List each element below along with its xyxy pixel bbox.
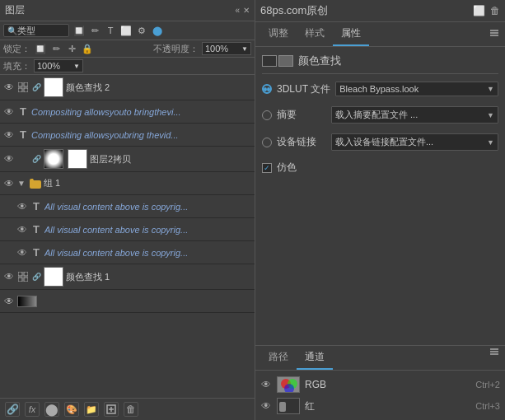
layer-thumbnail-partial: [17, 296, 37, 307]
tab-paths[interactable]: 路径: [260, 346, 297, 370]
fill-dropdown[interactable]: 100% ▼: [34, 59, 83, 72]
table-row[interactable]: 👁 🔗 颜色查找 2: [0, 75, 255, 100]
device-link-dropdown[interactable]: 载入设备链接配置文件... ▼: [331, 133, 498, 151]
opacity-dropdown[interactable]: 100% ▼: [202, 42, 251, 55]
channel-name-rgb: RGB: [305, 379, 470, 390]
panel-menu-icon[interactable]: [489, 27, 500, 41]
table-row[interactable]: 👁 T All visual content above is copyrig.…: [0, 218, 255, 241]
table-row[interactable]: 👁 🔗 图层2拷贝: [0, 147, 255, 172]
table-row[interactable]: 👁 T All visual content above is copyrig.…: [0, 241, 255, 264]
device-link-row: 设备链接 载入设备链接配置文件... ▼: [262, 131, 498, 153]
new-group-button[interactable]: 📁: [84, 402, 99, 417]
layer-visibility-icon[interactable]: 👁: [16, 247, 28, 259]
channels-menu-icon[interactable]: [489, 346, 500, 370]
panel-trash-icon[interactable]: 🗑: [490, 5, 500, 16]
dither-row: 仿色: [262, 158, 498, 177]
lut-file-value: Bleach Bypass.look: [339, 84, 418, 94]
tab-channels[interactable]: 通道: [297, 346, 333, 370]
lut-dropdown-arrow-icon: ▼: [487, 85, 494, 93]
panel-close-icon[interactable]: ✕: [243, 6, 250, 15]
layers-panel-header: 图层 « ✕: [0, 0, 255, 21]
layer-thumbnail: [44, 77, 63, 97]
link-layers-button[interactable]: 🔗: [5, 402, 20, 417]
tab-adjust[interactable]: 调整: [260, 22, 297, 46]
list-item[interactable]: 👁 RGB Ctrl+2: [255, 374, 505, 395]
channel-name-red: 红: [305, 399, 470, 413]
color-lookup-icon: [262, 55, 293, 67]
tab-style[interactable]: 样式: [297, 22, 333, 46]
panel-collapse-icon[interactable]: «: [235, 6, 240, 15]
layer-type-text-icon: T: [30, 224, 42, 236]
add-mask-button[interactable]: ⬤: [44, 402, 59, 417]
filter-pixel-icon[interactable]: 🔲: [72, 24, 86, 37]
filter-smart-icon[interactable]: ⚙: [135, 24, 148, 37]
table-row[interactable]: 👁: [0, 290, 255, 313]
layer-visibility-icon[interactable]: 👁: [3, 129, 15, 141]
table-row[interactable]: 👁 T Compositing allowsyoubring thevid...: [0, 124, 255, 147]
group-collapse-arrow-icon[interactable]: ▼: [17, 179, 26, 188]
svg-rect-1: [24, 82, 28, 86]
filter-adjust-icon[interactable]: ✏: [88, 24, 101, 37]
lock-move-icon[interactable]: ✛: [65, 42, 78, 55]
fill-arrow-icon: ▼: [73, 63, 80, 70]
filter-toggle-icon[interactable]: ⬤: [151, 24, 164, 37]
layer-visibility-icon[interactable]: 👁: [3, 296, 15, 307]
lut-file-dropdown[interactable]: Bleach Bypass.look ▼: [335, 82, 498, 96]
channel-visibility-icon[interactable]: 👁: [260, 400, 272, 412]
lock-pixel-icon[interactable]: 🔲: [34, 42, 47, 55]
table-row[interactable]: 👁 T All visual content above is copyrig.…: [0, 195, 255, 218]
table-row[interactable]: 👁 ▼ 组 1: [0, 172, 255, 195]
fill-row: 填充： 100% ▼: [0, 58, 255, 75]
channel-visibility-icon[interactable]: 👁: [260, 379, 272, 390]
lock-paint-icon[interactable]: ✏: [49, 42, 63, 55]
layer-type-grid-icon: [17, 271, 29, 282]
right-panel-header: 68ps.com原创 ⬜ 🗑: [255, 0, 505, 22]
dither-checkbox[interactable]: [262, 163, 272, 173]
opacity-section: 不透明度： 100% ▼: [153, 42, 251, 55]
new-layer-button[interactable]: [104, 402, 119, 417]
layer-visibility-icon[interactable]: 👁: [16, 201, 28, 212]
lut-file-radio[interactable]: [262, 84, 272, 94]
layer-name: 组 1: [44, 177, 251, 189]
layer-visibility-icon[interactable]: 👁: [3, 271, 15, 282]
layers-panel-title: 图层: [5, 3, 25, 17]
device-link-dropdown-arrow-icon: ▼: [487, 138, 494, 147]
tab-properties[interactable]: 属性: [333, 22, 369, 46]
layer-search-box[interactable]: 🔍: [3, 24, 69, 37]
svg-rect-7: [24, 278, 28, 282]
filter-shape-icon[interactable]: ⬜: [119, 24, 133, 37]
layer-name: Compositing allowsyouto bringthevi...: [31, 107, 251, 117]
layer-visibility-icon[interactable]: 👁: [3, 106, 15, 118]
channels-tabs: 路径 通道: [255, 346, 505, 371]
channels-section: 路径 通道 👁 RGB Ctrl+2: [255, 345, 505, 420]
right-panel-tabs: 调整 样式 属性: [255, 22, 505, 47]
abstract-dropdown[interactable]: 载入摘要配置文件 ... ▼: [331, 106, 498, 124]
brand-label: 68ps.com原创: [260, 3, 328, 18]
layer-type-text-icon: T: [30, 201, 42, 212]
channel-thumbnail-red: [277, 398, 300, 414]
search-input[interactable]: [17, 26, 63, 35]
abstract-radio[interactable]: [262, 110, 272, 120]
channel-shortcut-red: Ctrl+3: [475, 401, 500, 411]
delete-layer-button[interactable]: 🗑: [124, 402, 138, 417]
lock-all-icon[interactable]: 🔒: [81, 42, 94, 55]
layer-visibility-icon[interactable]: 👁: [16, 224, 28, 236]
svg-rect-4: [18, 272, 22, 276]
abstract-label: 摘要: [277, 108, 326, 122]
device-link-value: 载入设备链接配置文件...: [335, 136, 433, 148]
layer-visibility-icon[interactable]: 👁: [3, 82, 15, 93]
right-panel-header-icons: ⬜ 🗑: [473, 5, 500, 16]
panel-settings-icon[interactable]: ⬜: [473, 5, 485, 16]
filter-text-icon[interactable]: T: [104, 24, 117, 37]
layer-filter-row: 🔍 🔲 ✏ T ⬜ ⚙ ⬤: [0, 21, 255, 40]
list-item[interactable]: 👁 红 Ctrl+3: [255, 395, 505, 417]
device-link-radio[interactable]: [262, 138, 272, 147]
new-adjustment-button[interactable]: 🎨: [64, 402, 79, 417]
layer-visibility-icon[interactable]: 👁: [3, 153, 15, 165]
table-row[interactable]: 👁 T Compositing allowsyouto bringthevi..…: [0, 100, 255, 124]
abstract-dropdown-arrow-icon: ▼: [487, 111, 494, 119]
table-row[interactable]: 👁 🔗 颜色查找 1: [0, 264, 255, 290]
layer-thumbnail: [44, 267, 63, 287]
layer-effects-button[interactable]: fx: [25, 402, 40, 417]
layer-visibility-icon[interactable]: 👁: [3, 178, 15, 189]
